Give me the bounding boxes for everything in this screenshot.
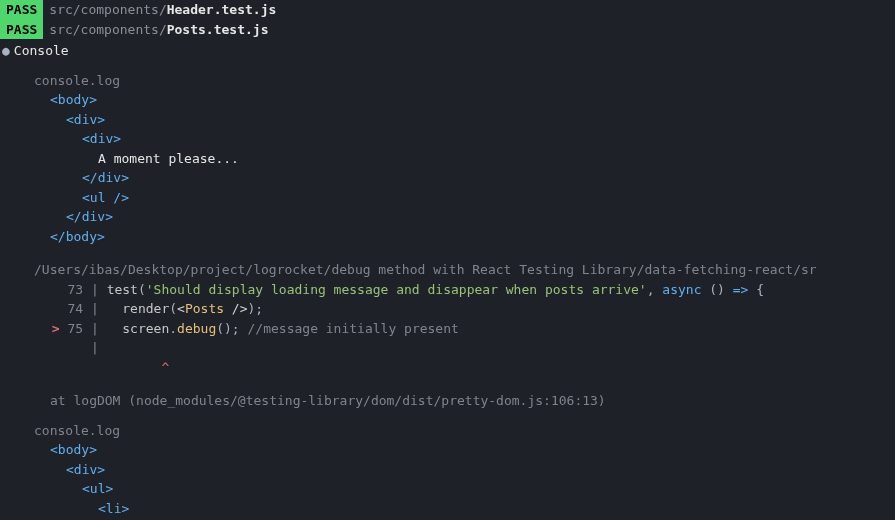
log-line: <div>	[0, 110, 895, 130]
log-line: <li>	[0, 499, 895, 519]
log-line: <div>	[0, 460, 895, 480]
test-output: PASS src/components/Header.test.js PASS …	[0, 0, 895, 520]
test-result-row: PASS src/components/Header.test.js	[0, 0, 895, 20]
pass-badge: PASS	[0, 0, 43, 20]
code-line-75: > 75 | screen.debug(); //message initial…	[0, 319, 895, 339]
console-log-block: console.log <body><div><ul><li><h3> titl…	[0, 421, 895, 521]
code-line-73: 73 | test('Should display loading messag…	[0, 280, 895, 300]
file-path: src/components/Posts.test.js	[49, 20, 268, 40]
pass-badge: PASS	[0, 20, 43, 40]
log-line: </div>	[0, 207, 895, 227]
stack-trace-line: at logDOM (node_modules/@testing-library…	[0, 391, 895, 411]
log-line: <body>	[0, 90, 895, 110]
log-line: <ul />	[0, 188, 895, 208]
code-line-blank: |	[0, 338, 895, 358]
log-line: </div>	[0, 168, 895, 188]
log-label: console.log	[0, 421, 895, 441]
console-section-header: ●Console	[0, 41, 895, 61]
bullet-icon: ●	[2, 43, 10, 58]
error-caret: ^	[0, 358, 895, 378]
log-line: <ul>	[0, 479, 895, 499]
source-file-path: /Users/ibas/Desktop/project/logrocket/de…	[0, 260, 895, 280]
log-line: <div>	[0, 129, 895, 149]
log-line: </body>	[0, 227, 895, 247]
code-line-74: 74 | render(<Posts />);	[0, 299, 895, 319]
log-line: <body>	[0, 440, 895, 460]
log-label: console.log	[0, 71, 895, 91]
log-line: A moment please...	[0, 149, 895, 169]
console-log-block: console.log <body><div><div>A moment ple…	[0, 71, 895, 247]
test-result-row: PASS src/components/Posts.test.js	[0, 20, 895, 40]
file-path: src/components/Header.test.js	[49, 0, 276, 20]
